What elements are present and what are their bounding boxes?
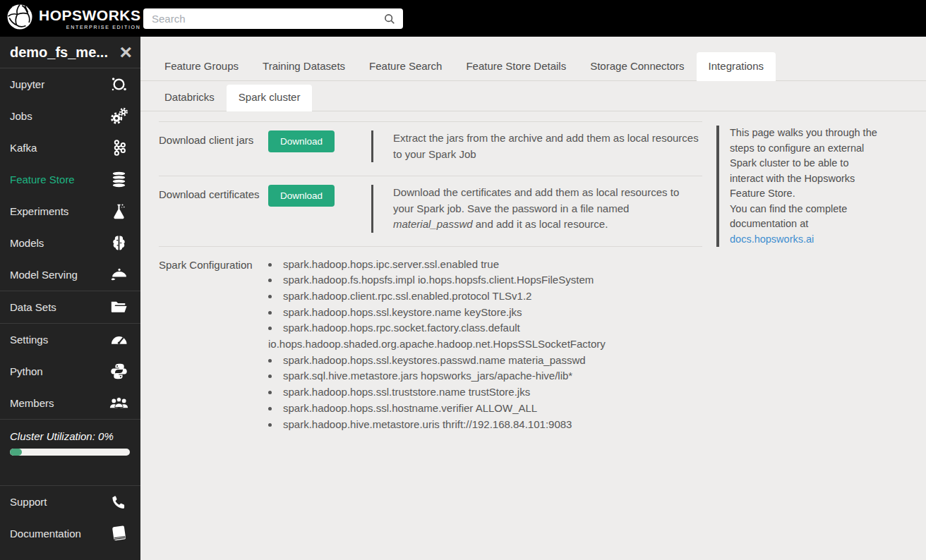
config-item: spark.hadoop.hops.ssl.truststore.name tr…: [268, 384, 702, 401]
project-name: demo_fs_me...: [10, 44, 119, 61]
cluster-utilization-label: Cluster Utilization: 0%: [10, 430, 131, 442]
sidebar-item-jupyter[interactable]: Jupyter: [0, 68, 140, 100]
info-panel: This page walks you through the steps to…: [716, 126, 880, 247]
brand-name: HOPSWORKS: [39, 8, 141, 23]
cluster-utilization-bar: [10, 449, 130, 456]
tab-storage-connectors[interactable]: Storage Connectors: [578, 52, 696, 81]
tab-feature-store-details[interactable]: Feature Store Details: [454, 52, 578, 81]
hopsworks-logo: HOPSWORKS ENTERPRISE EDITION: [0, 3, 140, 34]
sidebar-item-support[interactable]: Support: [0, 486, 140, 518]
folder-icon: [107, 298, 130, 317]
config-item: spark.hadoop.hops.ssl.keystores.passwd.n…: [268, 353, 702, 369]
docs-link[interactable]: docs.hopsworks.ai: [730, 232, 814, 248]
row-label: Spark Configuration: [159, 255, 268, 433]
spark-cluster-content: Download client jars Download Extract th…: [140, 111, 926, 560]
setup-table: Download client jars Download Extract th…: [159, 121, 702, 560]
sidebar-item-python[interactable]: Python: [0, 355, 140, 387]
flask-icon: [107, 202, 130, 221]
gauge-icon: [107, 330, 130, 349]
row-description: Extract the jars from the archive and ad…: [371, 130, 702, 162]
config-item: spark.hadoop.hops.ipc.server.ssl.enabled…: [268, 257, 702, 273]
main-panel: Feature Groups Training Datasets Feature…: [140, 37, 926, 560]
tab-feature-search[interactable]: Feature Search: [357, 52, 454, 81]
project-header: demo_fs_me... ×: [0, 37, 140, 68]
serving-dish-icon: [107, 265, 130, 284]
sidebar: demo_fs_me... × Jupyter Jobs: [0, 37, 140, 560]
info-paragraph: This page walks you through the steps to…: [730, 126, 880, 202]
topbar: HOPSWORKS ENTERPRISE EDITION: [0, 0, 926, 37]
sidebar-item-feature-store[interactable]: Feature Store: [0, 164, 140, 195]
database-icon: [107, 170, 130, 189]
row-label: Download client jars: [159, 130, 268, 162]
phone-icon: [107, 494, 130, 511]
hopsworks-ball-icon: [6, 3, 34, 34]
config-item: spark.hadoop.fs.hopsfs.impl io.hops.hops…: [268, 272, 702, 288]
tab-integrations[interactable]: Integrations: [697, 52, 776, 81]
brand-edition: ENTERPRISE EDITION: [39, 25, 141, 30]
download-client-jars-row: Download client jars Download Extract th…: [159, 121, 702, 176]
config-item: spark.sql.hive.metastore.jars hopsworks_…: [268, 368, 702, 384]
material-passwd-filename: material_passwd: [393, 218, 473, 230]
sidebar-item-settings[interactable]: Settings: [0, 324, 140, 355]
subtab-spark-cluster[interactable]: Spark cluster: [227, 85, 313, 111]
download-jars-button[interactable]: Download: [268, 130, 335, 152]
sidebar-item-data-sets[interactable]: Data Sets: [0, 291, 140, 323]
close-icon[interactable]: ×: [119, 43, 132, 61]
spark-configuration-row: Spark Configuration spark.hadoop.hops.ip…: [159, 246, 702, 446]
config-item: spark.hadoop.hops.rpc.socket.factory.cla…: [268, 320, 702, 352]
sidebar-item-kafka[interactable]: Kafka: [0, 132, 140, 164]
config-item: spark.hadoop.hive.metastore.uris thrift:…: [268, 417, 702, 433]
info-paragraph: You can find the complete documentation …: [730, 202, 880, 232]
jupyter-icon: [107, 75, 130, 94]
sidebar-item-models[interactable]: Models: [0, 227, 140, 259]
subtab-databricks[interactable]: Databricks: [152, 85, 227, 111]
search-icon[interactable]: [383, 13, 396, 28]
config-item: spark.hadoop.hops.ssl.hostname.verifier …: [268, 401, 702, 417]
python-icon: [107, 362, 130, 381]
config-item: spark.hadoop.hops.ssl.keystore.name keyS…: [268, 305, 702, 321]
download-certificates-row: Download certificates Download Download …: [159, 176, 702, 246]
sidebar-item-experiments[interactable]: Experiments: [0, 195, 140, 227]
row-description: Download the certificates and add them a…: [371, 185, 702, 233]
feature-store-tabbar: Feature Groups Training Datasets Feature…: [140, 37, 926, 81]
tab-training-datasets[interactable]: Training Datasets: [251, 52, 357, 81]
book-icon: [107, 524, 130, 543]
sidebar-item-jobs[interactable]: Jobs: [0, 100, 140, 132]
row-label: Download certificates: [159, 185, 268, 233]
brain-icon: [107, 233, 130, 252]
sidebar-item-documentation[interactable]: Documentation: [0, 518, 140, 549]
spark-config-list: spark.hadoop.hops.ipc.server.ssl.enabled…: [268, 255, 702, 433]
kafka-icon: [107, 138, 130, 157]
search-input[interactable]: [143, 8, 403, 29]
sidebar-item-members[interactable]: Members: [0, 387, 140, 419]
cluster-utilization: Cluster Utilization: 0%: [0, 420, 140, 485]
sidebar-item-model-serving[interactable]: Model Serving: [0, 259, 140, 291]
download-certificates-button[interactable]: Download: [268, 185, 335, 207]
integrations-subtabbar: Databricks Spark cluster: [140, 81, 926, 111]
users-icon: [107, 394, 130, 413]
gears-icon: [107, 106, 130, 126]
search-box: [143, 8, 403, 29]
tab-feature-groups[interactable]: Feature Groups: [152, 52, 251, 81]
config-item: spark.hadoop.client.rpc.ssl.enabled.prot…: [268, 288, 702, 305]
cluster-utilization-fill: [10, 449, 22, 456]
